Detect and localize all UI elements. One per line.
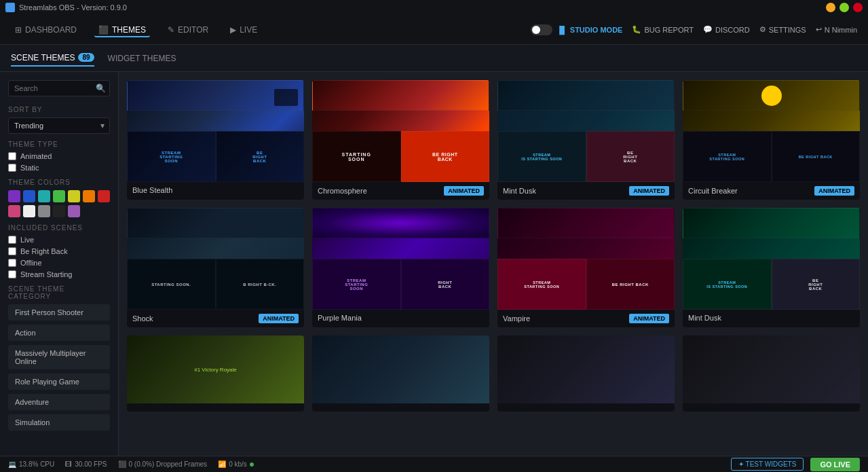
offline-scene-label: Offline bbox=[20, 259, 42, 267]
color-violet[interactable] bbox=[68, 205, 80, 217]
theme-colors-label: THEME COLORS bbox=[8, 179, 110, 186]
settings-button[interactable]: ⚙ SETTINGS bbox=[759, 25, 806, 34]
titlebar-controls[interactable] bbox=[826, 3, 863, 12]
live-icon: ▶ bbox=[230, 25, 236, 35]
fps-status: 🎞 30.00 FPS bbox=[65, 460, 107, 468]
go-live-button[interactable]: GO LIVE bbox=[810, 458, 860, 471]
theme-card-extra2[interactable] bbox=[312, 335, 489, 412]
color-filter-grid bbox=[8, 190, 110, 217]
theme-preview-mint-dusk: STREAMIS STARTING SOON BERIGHTBACK bbox=[497, 80, 675, 182]
theme-name-purple-mania: Purple Mania bbox=[318, 314, 362, 322]
nav-item-themes[interactable]: ⬛ THEMES bbox=[94, 22, 150, 37]
nav-item-editor[interactable]: ✎ EDITOR bbox=[164, 22, 212, 37]
sort-by-label: SORT BY bbox=[8, 106, 110, 113]
color-red[interactable] bbox=[98, 190, 110, 202]
cat-fps[interactable]: First Person Shooter bbox=[8, 304, 110, 321]
scene-stream-starting[interactable]: Stream Starting bbox=[8, 270, 110, 278]
theme-card-mint-dusk2[interactable]: STREAMIS STARTING SOON BERIGHTBACK Mint … bbox=[683, 208, 860, 327]
animated-checkbox[interactable] bbox=[8, 152, 16, 160]
sign-out-icon: ↩ bbox=[816, 25, 822, 34]
search-input[interactable] bbox=[8, 80, 110, 96]
sort-select[interactable]: Trending Newest Most Popular bbox=[8, 117, 110, 134]
theme-info-shock: Shock ANIMATED bbox=[127, 310, 304, 327]
nav-item-dashboard[interactable]: ⊞ DASHBOARD bbox=[11, 22, 81, 37]
nav-item-live[interactable]: ▶ LIVE bbox=[226, 22, 261, 37]
cat-adventure[interactable]: Adventure bbox=[8, 394, 110, 410]
cat-mmo[interactable]: Massively Multiplayer Online bbox=[8, 345, 110, 369]
offline-checkbox[interactable] bbox=[8, 259, 16, 267]
theme-info-extra2 bbox=[312, 403, 489, 412]
brb-checkbox[interactable] bbox=[8, 247, 16, 255]
discord-icon: 💬 bbox=[703, 25, 713, 34]
cat-rpg[interactable]: Role Playing Game bbox=[8, 374, 110, 390]
theme-card-purple-mania[interactable]: STREAMSTARTINGSOON RIGHTBACK Purple Mani… bbox=[312, 208, 489, 327]
tab-widget-themes[interactable]: WIDGET THEMES bbox=[108, 51, 176, 66]
nav-label-live: LIVE bbox=[240, 25, 257, 35]
discord-button[interactable]: 💬 DISCORD bbox=[703, 25, 750, 34]
animated-badge-shock: ANIMATED bbox=[259, 314, 299, 323]
theme-type-label: THEME TYPE bbox=[8, 141, 110, 148]
theme-card-chromosphere[interactable]: STARTINGSOON BE RIGHTBACK Chromosphere A… bbox=[312, 80, 489, 200]
theme-card-shock[interactable]: STARTING SOON. B RIGHT B∙CK. Shock ANIMA… bbox=[127, 208, 304, 327]
theme-card-extra1[interactable]: #1 Victory Royale bbox=[127, 335, 304, 412]
theme-preview-extra2 bbox=[312, 335, 489, 403]
scene-themes-badge: 89 bbox=[78, 53, 94, 62]
search-icon[interactable]: 🔍 bbox=[96, 84, 106, 93]
scene-offline[interactable]: Offline bbox=[8, 259, 110, 267]
color-gray[interactable] bbox=[38, 205, 50, 217]
app-icon bbox=[5, 3, 15, 12]
cat-simulation[interactable]: Simulation bbox=[8, 414, 110, 431]
theme-preview-extra1: #1 Victory Royale bbox=[127, 335, 304, 403]
titlebar-title: Streamlabs OBS - Version: 0.9.0 bbox=[19, 3, 127, 12]
nav-label-dashboard: DASHBOARD bbox=[25, 25, 77, 35]
scene-live[interactable]: Live bbox=[8, 236, 110, 244]
color-green[interactable] bbox=[53, 190, 65, 202]
studio-mode-label: ▐▌ STUDIO MODE bbox=[556, 26, 622, 34]
color-yellow[interactable] bbox=[68, 190, 80, 202]
theme-card-extra3[interactable] bbox=[497, 335, 675, 412]
live-checkbox[interactable] bbox=[8, 236, 16, 244]
theme-card-mint-dusk[interactable]: STREAMIS STARTING SOON BERIGHTBACK Mint … bbox=[497, 80, 675, 200]
maximize-button[interactable] bbox=[839, 3, 849, 12]
studio-mode-toggle[interactable] bbox=[531, 24, 552, 35]
minimize-button[interactable] bbox=[826, 3, 835, 12]
live-scene-label: Live bbox=[20, 236, 34, 244]
color-orange[interactable] bbox=[83, 190, 95, 202]
color-pink[interactable] bbox=[8, 205, 20, 217]
tab-scene-themes[interactable]: SCENE THEMES 89 bbox=[11, 50, 94, 67]
dropped-frames-status: ⬛ 0 (0.0%) Dropped Frames bbox=[118, 460, 208, 468]
user-menu-button[interactable]: ↩ N Nimmin bbox=[816, 25, 857, 34]
nav-right: ▐▌ STUDIO MODE 🐛 BUG REPORT 💬 DISCORD ⚙ … bbox=[531, 24, 857, 35]
stream-starting-checkbox[interactable] bbox=[8, 270, 16, 278]
theme-card-blue-stealth[interactable]: STREAMSTARTINGSOON BERIGHTBACK Blue Stea… bbox=[127, 80, 304, 200]
bug-report-button[interactable]: 🐛 BUG REPORT bbox=[632, 25, 694, 34]
titlebar-left: Streamlabs OBS - Version: 0.9.0 bbox=[5, 3, 127, 12]
fps-value: 30.00 FPS bbox=[75, 460, 107, 468]
color-black[interactable] bbox=[53, 205, 65, 217]
brb-scene-label: Be Right Back bbox=[20, 247, 68, 255]
themes-grid: STREAMSTARTINGSOON BERIGHTBACK Blue Stea… bbox=[127, 80, 860, 412]
close-button[interactable] bbox=[853, 3, 863, 12]
theme-name-blue-stealth: Blue Stealth bbox=[132, 186, 172, 194]
theme-card-extra4[interactable] bbox=[683, 335, 860, 412]
scene-be-right-back[interactable]: Be Right Back bbox=[8, 247, 110, 255]
search-wrap: 🔍 bbox=[8, 80, 110, 96]
color-teal[interactable] bbox=[38, 190, 50, 202]
filter-static[interactable]: Static bbox=[8, 164, 110, 172]
theme-card-vampire[interactable]: STREAMSTARTING SOON BE RIGHT BACK Vampir… bbox=[497, 208, 675, 327]
test-widgets-button[interactable]: ✦ TEST WIDGETS bbox=[731, 458, 804, 471]
color-purple[interactable] bbox=[8, 190, 20, 202]
animated-badge-mint-dusk: ANIMATED bbox=[629, 186, 669, 196]
theme-card-circuit-breaker[interactable]: STREAMSTARTING SOON BE RIGHT BACK Circui… bbox=[683, 80, 860, 200]
scene-themes-label: SCENE THEMES bbox=[11, 53, 75, 62]
theme-preview-purple-mania: STREAMSTARTINGSOON RIGHTBACK bbox=[312, 208, 489, 310]
theme-preview-shock: STARTING SOON. B RIGHT B∙CK. bbox=[127, 208, 304, 310]
static-checkbox[interactable] bbox=[8, 164, 16, 172]
cat-action[interactable]: Action bbox=[8, 325, 110, 341]
filter-animated[interactable]: Animated bbox=[8, 152, 110, 160]
color-white[interactable] bbox=[23, 205, 35, 217]
statusbar: 💻 13.8% CPU 🎞 30.00 FPS ⬛ 0 (0.0%) Dropp… bbox=[0, 456, 868, 472]
nav-label-themes: THEMES bbox=[112, 25, 146, 35]
color-blue[interactable] bbox=[23, 190, 35, 202]
theme-preview-blue-stealth: STREAMSTARTINGSOON BERIGHTBACK bbox=[127, 80, 304, 182]
